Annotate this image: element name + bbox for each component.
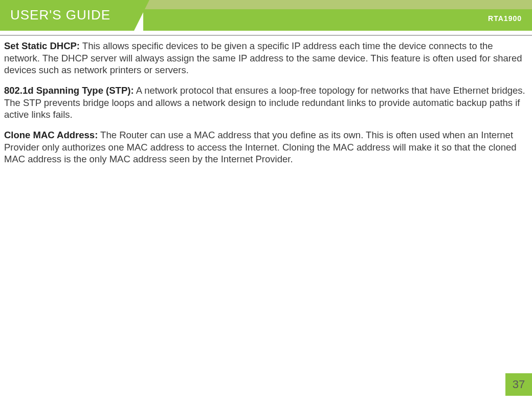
paragraph-clone-mac: Clone MAC Address: The Router can use a … bbox=[4, 129, 528, 165]
paragraph-stp: 802.1d Spanning Type (STP): A network pr… bbox=[4, 84, 528, 121]
label-static-dhcp: Set Static DHCP: bbox=[4, 40, 80, 51]
label-clone-mac: Clone MAC Address: bbox=[4, 130, 98, 140]
label-stp: 802.1d Spanning Type (STP): bbox=[4, 85, 134, 96]
paragraph-static-dhcp: Set Static DHCP: This allows specific de… bbox=[4, 40, 528, 76]
header-main-strip bbox=[143, 9, 532, 31]
document-title: USER'S GUIDE bbox=[10, 7, 110, 23]
model-number: RTA1900 bbox=[488, 14, 522, 23]
header-underline bbox=[0, 35, 532, 36]
document-content: Set Static DHCP: This allows specific de… bbox=[0, 31, 532, 165]
page-number: 37 bbox=[513, 378, 525, 391]
page-number-box: 37 bbox=[505, 373, 532, 396]
text-static-dhcp: This allows specific devices to be given… bbox=[4, 40, 522, 75]
document-header: USER'S GUIDE RTA1900 bbox=[0, 0, 532, 31]
